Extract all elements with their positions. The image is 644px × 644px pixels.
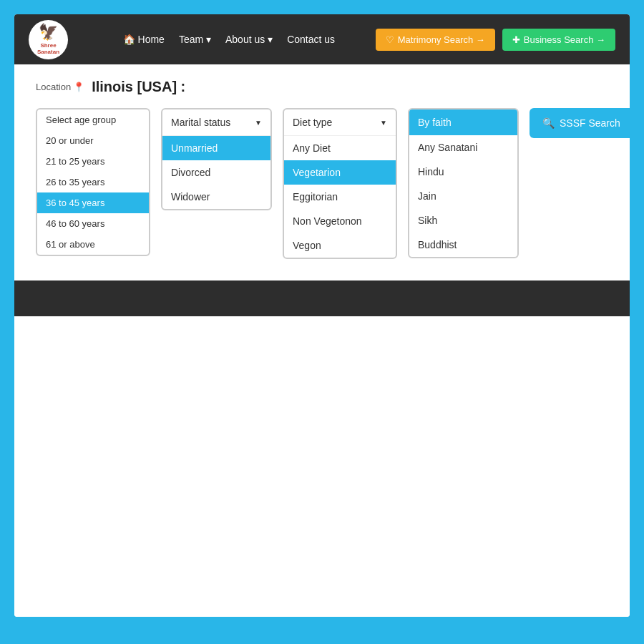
diet-dropdown-wrapper: Diet type ▼ Any Diet Vegetarion Eggitori… xyxy=(283,108,397,259)
marital-dropdown-open[interactable]: Marital status ▼ Unmarried Divorced Wido… xyxy=(161,108,272,210)
faith-item-hindu[interactable]: Hindu xyxy=(409,160,517,184)
diet-dropdown-open[interactable]: Diet type ▼ Any Diet Vegetarion Eggitori… xyxy=(283,108,397,259)
age-item-61-above[interactable]: 61 or above xyxy=(37,234,149,255)
plus-icon: ✚ xyxy=(512,34,520,45)
faith-item-jain[interactable]: Jain xyxy=(409,184,517,208)
dropdowns-row: Select age group 20 or under 21 to 25 ye… xyxy=(36,108,608,259)
team-chevron-icon: ▾ xyxy=(206,34,211,45)
faith-item-buddhist[interactable]: Buddhist xyxy=(409,233,517,257)
search-icon: 🔍 xyxy=(542,117,555,129)
marital-header: Marital status ▼ xyxy=(162,109,270,136)
matrimony-search-button[interactable]: ♡ Matrimony Search → xyxy=(376,29,495,51)
content-area: Location 📍 Ilinois [USA] : Select age gr… xyxy=(14,64,630,280)
business-search-button[interactable]: ✚ Business Search → xyxy=(502,29,615,51)
age-dropdown-wrapper: Select age group 20 or under 21 to 25 ye… xyxy=(36,108,150,256)
age-item-36-45[interactable]: 36 to 45 years xyxy=(37,192,149,213)
diet-item-eggitorian[interactable]: Eggitorian xyxy=(284,185,396,209)
diet-item-vegetarion[interactable]: Vegetarion xyxy=(284,160,396,185)
faith-dropdown-open[interactable]: By faith Any Sanatani Hindu Jain Sikh xyxy=(408,108,519,258)
diet-item-non-veg[interactable]: Non Vegetonon xyxy=(284,209,396,233)
about-chevron-icon: ▾ xyxy=(268,34,273,45)
age-item-select-group[interactable]: Select age group xyxy=(37,109,149,130)
nav-buttons: ♡ Matrimony Search → ✚ Business Search → xyxy=(376,29,615,51)
marital-item-divorced[interactable]: Divorced xyxy=(162,160,270,185)
nav-contact[interactable]: Contact us xyxy=(287,34,335,45)
location-value: Ilinois [USA] : xyxy=(92,79,185,95)
main-card: 🦅 Shree Sanatan 🏠 Home Team ▾ About us ▾ xyxy=(14,14,630,617)
nav-home[interactable]: 🏠 Home xyxy=(123,34,165,45)
navbar: 🦅 Shree Sanatan 🏠 Home Team ▾ About us ▾ xyxy=(14,14,630,64)
diet-chevron-icon: ▼ xyxy=(380,119,387,127)
diet-header: Diet type ▼ xyxy=(284,109,396,136)
age-item-26-35[interactable]: 26 to 35 years xyxy=(37,172,149,192)
logo-text: Shree Sanatan xyxy=(29,42,68,56)
logo: 🦅 Shree Sanatan xyxy=(29,20,68,59)
bottom-area xyxy=(14,316,630,617)
nav-about[interactable]: About us ▾ xyxy=(225,34,273,45)
faith-item-by-faith[interactable]: By faith xyxy=(409,109,517,135)
age-item-20-under[interactable]: 20 or under xyxy=(37,130,149,151)
heart-icon: ♡ xyxy=(386,34,394,45)
location-label: Location 📍 xyxy=(36,82,84,92)
faith-item-sikh[interactable]: Sikh xyxy=(409,208,517,233)
diet-item-any[interactable]: Any Diet xyxy=(284,136,396,160)
nav-team[interactable]: Team ▾ xyxy=(179,34,211,45)
faith-item-any-sanatani[interactable]: Any Sanatani xyxy=(409,135,517,160)
marital-dropdown-wrapper: Marital status ▼ Unmarried Divorced Wido… xyxy=(161,108,272,210)
location-pin-icon: 📍 xyxy=(73,82,84,92)
location-bar: Location 📍 Ilinois [USA] : xyxy=(36,79,608,95)
marital-item-unmarried[interactable]: Unmarried xyxy=(162,136,270,160)
marital-item-widower[interactable]: Widower xyxy=(162,185,270,209)
footer-bar xyxy=(14,280,630,316)
age-item-21-25[interactable]: 21 to 25 years xyxy=(37,151,149,172)
search-btn-wrapper: 🔍 SSSF Search xyxy=(530,108,630,138)
sssf-search-button[interactable]: 🔍 SSSF Search xyxy=(530,108,630,138)
marital-chevron-icon: ▼ xyxy=(255,119,262,127)
faith-dropdown-wrapper: By faith Any Sanatani Hindu Jain Sikh xyxy=(408,108,519,258)
nav-links: 🏠 Home Team ▾ About us ▾ Contact us xyxy=(82,34,376,45)
logo-bird-icon: 🦅 xyxy=(29,23,68,42)
home-icon: 🏠 xyxy=(123,34,135,45)
age-dropdown-open[interactable]: Select age group 20 or under 21 to 25 ye… xyxy=(36,108,150,256)
diet-item-vegon[interactable]: Vegon xyxy=(284,233,396,258)
age-item-46-60[interactable]: 46 to 60 years xyxy=(37,213,149,234)
page-wrapper: 🦅 Shree Sanatan 🏠 Home Team ▾ About us ▾ xyxy=(0,0,644,644)
